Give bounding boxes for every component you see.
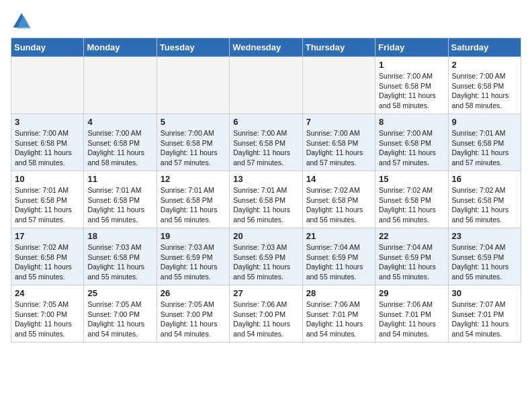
empty-cell — [302, 57, 375, 114]
week-row-1: 1Sunrise: 7:00 AM Sunset: 6:58 PM Daylig… — [11, 57, 521, 114]
weekday-header-tuesday: Tuesday — [157, 38, 229, 57]
day-number: 12 — [161, 174, 226, 184]
day-number: 3 — [15, 117, 80, 127]
day-cell-19: 19Sunrise: 7:03 AM Sunset: 6:59 PM Dayli… — [157, 228, 229, 285]
day-cell-1: 1Sunrise: 7:00 AM Sunset: 6:58 PM Daylig… — [375, 57, 448, 114]
empty-cell — [157, 57, 229, 114]
day-number: 28 — [306, 288, 371, 298]
day-number: 4 — [87, 117, 152, 127]
day-cell-30: 30Sunrise: 7:07 AM Sunset: 7:01 PM Dayli… — [448, 285, 521, 342]
day-info: Sunrise: 7:01 AM Sunset: 6:58 PM Dayligh… — [87, 185, 152, 225]
day-number: 11 — [87, 174, 152, 184]
day-number: 18 — [87, 231, 152, 241]
day-number: 15 — [379, 174, 444, 184]
weekday-header-friday: Friday — [375, 38, 448, 57]
day-number: 23 — [452, 231, 517, 241]
day-cell-2: 2Sunrise: 7:00 AM Sunset: 6:58 PM Daylig… — [448, 57, 521, 114]
day-info: Sunrise: 7:00 AM Sunset: 6:58 PM Dayligh… — [87, 128, 152, 168]
day-cell-15: 15Sunrise: 7:02 AM Sunset: 6:58 PM Dayli… — [375, 171, 448, 228]
day-number: 6 — [233, 117, 298, 127]
day-info: Sunrise: 7:01 AM Sunset: 6:58 PM Dayligh… — [161, 185, 226, 225]
day-info: Sunrise: 7:01 AM Sunset: 6:58 PM Dayligh… — [15, 185, 80, 225]
empty-cell — [11, 57, 84, 114]
day-info: Sunrise: 7:00 AM Sunset: 6:58 PM Dayligh… — [379, 128, 444, 168]
week-row-4: 17Sunrise: 7:02 AM Sunset: 6:58 PM Dayli… — [11, 228, 521, 285]
day-cell-17: 17Sunrise: 7:02 AM Sunset: 6:58 PM Dayli… — [11, 228, 84, 285]
day-info: Sunrise: 7:03 AM Sunset: 6:59 PM Dayligh… — [161, 242, 226, 282]
day-number: 24 — [15, 288, 80, 298]
day-cell-20: 20Sunrise: 7:03 AM Sunset: 6:59 PM Dayli… — [230, 228, 302, 285]
day-info: Sunrise: 7:00 AM Sunset: 6:58 PM Dayligh… — [379, 71, 444, 111]
day-cell-3: 3Sunrise: 7:00 AM Sunset: 6:58 PM Daylig… — [11, 114, 84, 171]
day-cell-8: 8Sunrise: 7:00 AM Sunset: 6:58 PM Daylig… — [375, 114, 448, 171]
day-info: Sunrise: 7:02 AM Sunset: 6:58 PM Dayligh… — [379, 185, 444, 225]
day-cell-24: 24Sunrise: 7:05 AM Sunset: 7:00 PM Dayli… — [11, 285, 84, 342]
day-cell-26: 26Sunrise: 7:05 AM Sunset: 7:00 PM Dayli… — [157, 285, 229, 342]
day-cell-27: 27Sunrise: 7:06 AM Sunset: 7:00 PM Dayli… — [230, 285, 302, 342]
day-cell-6: 6Sunrise: 7:00 AM Sunset: 6:58 PM Daylig… — [230, 114, 302, 171]
day-info: Sunrise: 7:06 AM Sunset: 7:00 PM Dayligh… — [233, 300, 298, 339]
day-info: Sunrise: 7:04 AM Sunset: 6:59 PM Dayligh… — [379, 242, 444, 282]
day-info: Sunrise: 7:00 AM Sunset: 6:58 PM Dayligh… — [452, 71, 517, 111]
weekday-header-monday: Monday — [84, 38, 157, 57]
day-cell-14: 14Sunrise: 7:02 AM Sunset: 6:58 PM Dayli… — [302, 171, 375, 228]
day-cell-16: 16Sunrise: 7:02 AM Sunset: 6:58 PM Dayli… — [448, 171, 521, 228]
weekday-header-saturday: Saturday — [448, 38, 521, 57]
day-cell-29: 29Sunrise: 7:06 AM Sunset: 7:01 PM Dayli… — [375, 285, 448, 342]
weekday-header-sunday: Sunday — [11, 38, 84, 57]
day-number: 26 — [161, 288, 226, 298]
page: SundayMondayTuesdayWednesdayThursdayFrid… — [0, 0, 532, 353]
empty-cell — [230, 57, 302, 114]
day-info: Sunrise: 7:02 AM Sunset: 6:58 PM Dayligh… — [306, 185, 371, 225]
day-cell-22: 22Sunrise: 7:04 AM Sunset: 6:59 PM Dayli… — [375, 228, 448, 285]
day-number: 17 — [15, 231, 80, 241]
weekday-header-row: SundayMondayTuesdayWednesdayThursdayFrid… — [11, 38, 521, 57]
day-info: Sunrise: 7:04 AM Sunset: 6:59 PM Dayligh… — [306, 242, 371, 282]
day-info: Sunrise: 7:02 AM Sunset: 6:58 PM Dayligh… — [452, 185, 517, 225]
day-number: 25 — [87, 288, 152, 298]
day-cell-13: 13Sunrise: 7:01 AM Sunset: 6:58 PM Dayli… — [230, 171, 302, 228]
day-cell-25: 25Sunrise: 7:05 AM Sunset: 7:00 PM Dayli… — [84, 285, 157, 342]
day-info: Sunrise: 7:00 AM Sunset: 6:58 PM Dayligh… — [306, 128, 371, 168]
day-cell-12: 12Sunrise: 7:01 AM Sunset: 6:58 PM Dayli… — [157, 171, 229, 228]
day-number: 30 — [452, 288, 517, 298]
day-info: Sunrise: 7:00 AM Sunset: 6:58 PM Dayligh… — [233, 128, 298, 168]
header — [11, 11, 521, 32]
day-number: 29 — [379, 288, 444, 298]
day-number: 10 — [15, 174, 80, 184]
day-info: Sunrise: 7:06 AM Sunset: 7:01 PM Dayligh… — [379, 300, 444, 339]
day-cell-21: 21Sunrise: 7:04 AM Sunset: 6:59 PM Dayli… — [302, 228, 375, 285]
day-cell-18: 18Sunrise: 7:03 AM Sunset: 6:58 PM Dayli… — [84, 228, 157, 285]
day-number: 13 — [233, 174, 298, 184]
day-cell-5: 5Sunrise: 7:00 AM Sunset: 6:58 PM Daylig… — [157, 114, 229, 171]
day-cell-23: 23Sunrise: 7:04 AM Sunset: 6:59 PM Dayli… — [448, 228, 521, 285]
day-number: 16 — [452, 174, 517, 184]
day-info: Sunrise: 7:05 AM Sunset: 7:00 PM Dayligh… — [15, 300, 80, 339]
logo — [11, 11, 35, 32]
day-info: Sunrise: 7:00 AM Sunset: 6:58 PM Dayligh… — [161, 128, 226, 168]
day-info: Sunrise: 7:00 AM Sunset: 6:58 PM Dayligh… — [15, 128, 80, 168]
week-row-2: 3Sunrise: 7:00 AM Sunset: 6:58 PM Daylig… — [11, 114, 521, 171]
day-info: Sunrise: 7:05 AM Sunset: 7:00 PM Dayligh… — [87, 300, 152, 339]
week-row-5: 24Sunrise: 7:05 AM Sunset: 7:00 PM Dayli… — [11, 285, 521, 342]
day-number: 8 — [379, 117, 444, 127]
day-number: 9 — [452, 117, 517, 127]
calendar-table: SundayMondayTuesdayWednesdayThursdayFrid… — [11, 38, 521, 342]
week-row-3: 10Sunrise: 7:01 AM Sunset: 6:58 PM Dayli… — [11, 171, 521, 228]
day-info: Sunrise: 7:07 AM Sunset: 7:01 PM Dayligh… — [452, 300, 517, 339]
day-number: 19 — [161, 231, 226, 241]
day-cell-11: 11Sunrise: 7:01 AM Sunset: 6:58 PM Dayli… — [84, 171, 157, 228]
day-number: 22 — [379, 231, 444, 241]
day-info: Sunrise: 7:04 AM Sunset: 6:59 PM Dayligh… — [452, 242, 517, 282]
day-number: 20 — [233, 231, 298, 241]
weekday-header-wednesday: Wednesday — [230, 38, 302, 57]
day-cell-28: 28Sunrise: 7:06 AM Sunset: 7:01 PM Dayli… — [302, 285, 375, 342]
day-cell-7: 7Sunrise: 7:00 AM Sunset: 6:58 PM Daylig… — [302, 114, 375, 171]
empty-cell — [84, 57, 157, 114]
weekday-header-thursday: Thursday — [302, 38, 375, 57]
day-info: Sunrise: 7:03 AM Sunset: 6:58 PM Dayligh… — [87, 242, 152, 282]
day-info: Sunrise: 7:01 AM Sunset: 6:58 PM Dayligh… — [233, 185, 298, 225]
day-number: 14 — [306, 174, 371, 184]
day-number: 2 — [452, 60, 517, 70]
day-number: 5 — [161, 117, 226, 127]
